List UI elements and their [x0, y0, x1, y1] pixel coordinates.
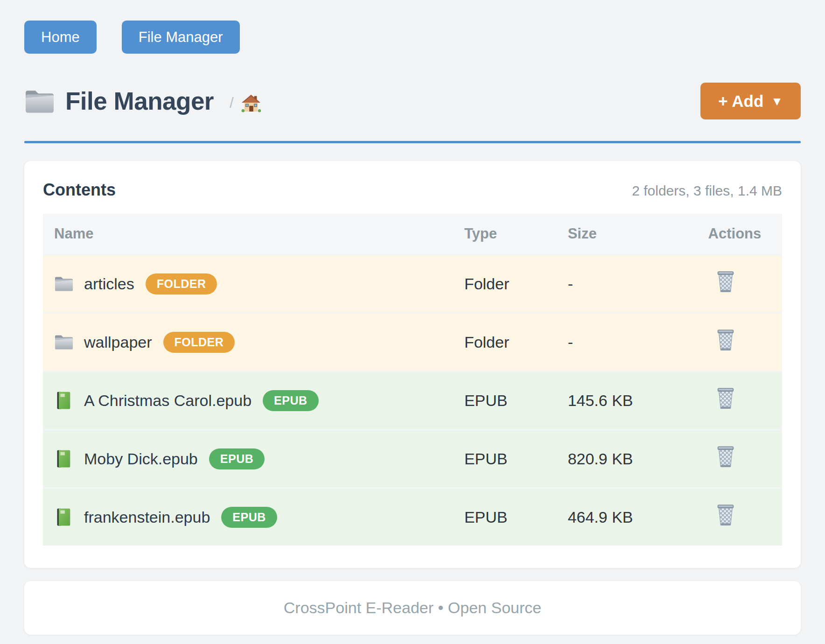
file-name-group: articles FOLDER	[54, 273, 464, 294]
trash-icon	[715, 503, 736, 527]
file-name-link[interactable]: Moby Dick.epub	[84, 450, 198, 468]
column-header-size: Size	[568, 214, 708, 255]
table-row: A Christmas Carol.epub EPUB EPUB 145.6 K…	[43, 371, 782, 430]
file-size-cell: 464.9 KB	[568, 488, 708, 546]
file-type-cell: EPUB	[464, 371, 568, 430]
add-button[interactable]: + Add ▼	[700, 83, 801, 119]
file-type-badge: EPUB	[221, 507, 277, 528]
book-icon	[54, 449, 74, 469]
delete-button[interactable]	[715, 328, 736, 352]
column-header-type: Type	[464, 214, 568, 255]
trash-icon	[715, 270, 736, 294]
file-type-cell: EPUB	[464, 488, 568, 546]
file-type-badge: FOLDER	[163, 332, 235, 353]
book-icon	[54, 391, 74, 410]
column-header-name: Name	[43, 214, 464, 255]
breadcrumb-separator: /	[230, 95, 234, 112]
nav-home-button[interactable]: Home	[24, 21, 97, 54]
file-name-link[interactable]: A Christmas Carol.epub	[84, 392, 252, 410]
nav-file-manager-button[interactable]: File Manager	[122, 21, 240, 54]
file-name-group: A Christmas Carol.epub EPUB	[54, 390, 464, 411]
table-row: wallpaper FOLDER Folder -	[43, 313, 782, 371]
delete-button[interactable]	[715, 386, 736, 411]
delete-button[interactable]	[715, 270, 736, 294]
footer: CrossPoint E-Reader • Open Source	[24, 581, 801, 635]
contents-card-header: Contents 2 folders, 3 files, 1.4 MB	[43, 182, 782, 199]
table-row: frankenstein.epub EPUB EPUB 464.9 KB	[43, 488, 782, 546]
file-type-cell: Folder	[464, 313, 568, 371]
file-name-group: Moby Dick.epub EPUB	[54, 448, 464, 469]
table-header-row: Name Type Size Actions	[43, 214, 782, 255]
title-group: File Manager /	[24, 88, 261, 115]
trash-icon	[715, 328, 736, 352]
footer-text: CrossPoint E-Reader • Open Source	[284, 599, 541, 616]
file-name-link[interactable]: wallpaper	[84, 333, 152, 351]
page-header: File Manager / + Add ▼	[24, 83, 801, 119]
contents-summary: 2 folders, 3 files, 1.4 MB	[632, 183, 782, 199]
delete-button[interactable]	[715, 503, 736, 527]
file-size-cell: 820.9 KB	[568, 430, 708, 488]
table-row: Moby Dick.epub EPUB EPUB 820.9 KB	[43, 430, 782, 488]
page: Home File Manager File Manager /	[0, 0, 825, 635]
file-table: Name Type Size Actions	[43, 214, 782, 546]
contents-card: Contents 2 folders, 3 files, 1.4 MB Name…	[24, 161, 801, 568]
delete-button[interactable]	[715, 445, 736, 469]
trash-icon	[715, 386, 736, 411]
column-header-actions: Actions	[708, 214, 782, 255]
top-navigation: Home File Manager	[24, 21, 801, 54]
page-title: File Manager	[65, 89, 214, 113]
trash-icon	[715, 445, 736, 469]
contents-table-body: articles FOLDER Folder -	[43, 255, 782, 546]
file-name-link[interactable]: frankenstein.epub	[84, 508, 210, 526]
file-type-cell: Folder	[464, 255, 568, 313]
contents-title: Contents	[43, 182, 116, 198]
book-icon	[54, 507, 74, 527]
file-type-badge: EPUB	[263, 390, 318, 411]
file-size-cell: -	[568, 313, 708, 371]
file-type-cell: EPUB	[464, 430, 568, 488]
folder-icon	[54, 332, 74, 352]
file-name-group: frankenstein.epub EPUB	[54, 507, 464, 528]
file-name-link[interactable]: articles	[84, 275, 134, 293]
file-size-cell: 145.6 KB	[568, 371, 708, 430]
add-button-label: + Add	[718, 93, 763, 109]
file-size-cell: -	[568, 255, 708, 313]
file-type-badge: EPUB	[209, 448, 265, 469]
folder-icon	[54, 274, 74, 294]
table-row: articles FOLDER Folder -	[43, 255, 782, 313]
house-icon[interactable]	[241, 94, 261, 112]
chevron-down-icon: ▼	[771, 95, 783, 107]
file-type-badge: FOLDER	[146, 273, 217, 294]
folder-icon	[24, 88, 55, 115]
header-divider	[24, 141, 801, 143]
file-name-group: wallpaper FOLDER	[54, 332, 464, 353]
